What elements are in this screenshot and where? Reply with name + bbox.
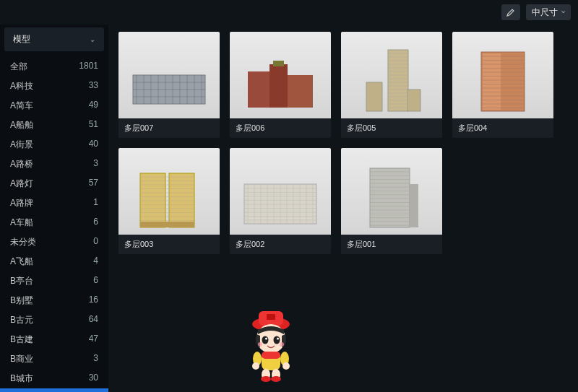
category-item-label: A路桥	[10, 158, 33, 170]
model-thumbnail	[341, 148, 442, 235]
model-card-label: 多层007	[118, 118, 220, 138]
model-card-label: 多层003	[118, 235, 220, 254]
category-header-label: 模型	[13, 33, 30, 45]
category-item[interactable]: 全部1801	[0, 57, 108, 77]
category-item-count: 47	[89, 334, 98, 346]
category-item-count: 57	[89, 178, 98, 190]
category-item[interactable]: B别墅16	[0, 291, 108, 310]
chevron-down-icon: ⌄	[90, 35, 95, 43]
pencil-icon	[506, 8, 515, 17]
edit-button[interactable]	[501, 4, 520, 20]
svg-rect-54	[169, 173, 194, 227]
category-item-label: 未分类	[10, 236, 36, 248]
top-toolbar: 中尺寸	[0, 0, 578, 25]
main-area: 模型 ⌄ 全部1801A科技33A简车49A船舶51A街景40A路桥3A路灯57…	[0, 25, 578, 392]
category-item-count: 3	[93, 353, 98, 365]
category-item-count: 4	[93, 256, 98, 268]
model-thumbnail	[118, 148, 220, 235]
svg-rect-16	[288, 75, 313, 108]
category-item[interactable]: B城市30	[0, 369, 108, 388]
category-item[interactable]: B商业3	[0, 349, 108, 369]
model-card[interactable]: 多层001	[341, 148, 442, 254]
category-item[interactable]: A飞船4	[0, 252, 108, 271]
svg-rect-53	[140, 173, 165, 227]
category-item[interactable]: A街景40	[0, 135, 108, 154]
category-item-label: B别墅	[10, 295, 33, 307]
model-grid: 多层007多层006多层005多层004多层003多层002多层001	[118, 32, 568, 254]
svg-rect-68	[140, 222, 194, 227]
category-item-count: 1801	[79, 61, 98, 73]
model-card[interactable]: 多层003	[118, 148, 220, 254]
model-card-label: 多层006	[230, 118, 331, 138]
svg-rect-14	[248, 71, 269, 108]
category-header[interactable]: 模型 ⌄	[4, 27, 104, 51]
category-item-count: 0	[93, 236, 98, 248]
content-area: 多层007多层006多层005多层004多层003多层002多层001	[108, 25, 578, 392]
category-item[interactable]: A船舶51	[0, 116, 108, 135]
svg-rect-38	[483, 53, 501, 110]
category-item-label: A车船	[10, 217, 33, 229]
model-thumbnail	[452, 32, 553, 118]
svg-rect-15	[269, 64, 288, 108]
sidebar: 模型 ⌄ 全部1801A科技33A简车49A船舶51A街景40A路桥3A路灯57…	[0, 25, 108, 392]
model-card[interactable]: 多层002	[230, 148, 331, 254]
category-item-label: B城市	[10, 373, 33, 385]
category-item[interactable]: A路牌1	[0, 193, 108, 213]
category-item-label: A街景	[10, 139, 33, 151]
size-select-wrap: 中尺寸	[526, 4, 571, 20]
svg-rect-91	[410, 184, 418, 227]
model-card-label: 多层005	[341, 118, 442, 138]
model-card-label: 多层004	[452, 118, 553, 138]
category-item-count: 51	[89, 119, 98, 131]
svg-rect-20	[407, 90, 420, 111]
model-card[interactable]: 多层007	[118, 32, 220, 138]
category-item-count: 40	[89, 139, 98, 151]
category-item[interactable]: B古建47	[0, 330, 108, 349]
svg-rect-90	[370, 168, 410, 227]
category-item[interactable]: 未分类0	[0, 232, 108, 252]
svg-rect-17	[273, 61, 284, 66]
category-item-label: B亭台	[10, 275, 33, 287]
category-item-count: 6	[93, 217, 98, 229]
category-item-count: 30	[89, 373, 98, 385]
category-item[interactable]: A简车49	[0, 96, 108, 116]
model-card-label: 多层001	[341, 235, 442, 254]
category-item-label: B古元	[10, 314, 33, 326]
category-item-count: 64	[89, 314, 98, 326]
category-item[interactable]: B古元64	[0, 310, 108, 330]
category-item[interactable]: A车船6	[0, 213, 108, 232]
category-item[interactable]: B多层7	[0, 388, 108, 392]
category-list: 全部1801A科技33A简车49A船舶51A街景40A路桥3A路灯57A路牌1A…	[0, 57, 108, 392]
model-card[interactable]: 多层005	[341, 32, 442, 138]
model-card-label: 多层002	[230, 235, 331, 254]
category-item[interactable]: A科技33	[0, 77, 108, 96]
model-thumbnail	[230, 148, 331, 235]
category-item-label: A简车	[10, 100, 33, 112]
category-item-label: A船舶	[10, 119, 33, 131]
category-item[interactable]: A路桥3	[0, 154, 108, 174]
svg-rect-19	[366, 82, 382, 111]
model-card[interactable]: 多层006	[230, 32, 331, 138]
category-item-label: 全部	[10, 61, 27, 73]
category-item-label: A科技	[10, 80, 33, 92]
category-item[interactable]: A路灯57	[0, 174, 108, 193]
category-item-count: 16	[89, 295, 98, 307]
category-item-count: 3	[93, 158, 98, 170]
category-item-count: 33	[89, 80, 98, 92]
category-item-count: 1	[93, 197, 98, 209]
category-item[interactable]: B亭台6	[0, 271, 108, 291]
category-item-label: A飞船	[10, 256, 33, 268]
category-item-label: B古建	[10, 334, 33, 346]
model-card[interactable]: 多层004	[452, 32, 553, 138]
model-thumbnail	[230, 32, 331, 118]
category-item-label: A路牌	[10, 197, 33, 209]
model-thumbnail	[341, 32, 442, 118]
category-item-label: B商业	[10, 353, 33, 365]
svg-rect-18	[388, 50, 408, 111]
size-select[interactable]: 中尺寸	[526, 4, 571, 20]
category-item-count: 6	[93, 275, 98, 287]
category-item-label: A路灯	[10, 178, 33, 190]
category-item-count: 49	[89, 100, 98, 112]
model-thumbnail	[118, 32, 220, 118]
